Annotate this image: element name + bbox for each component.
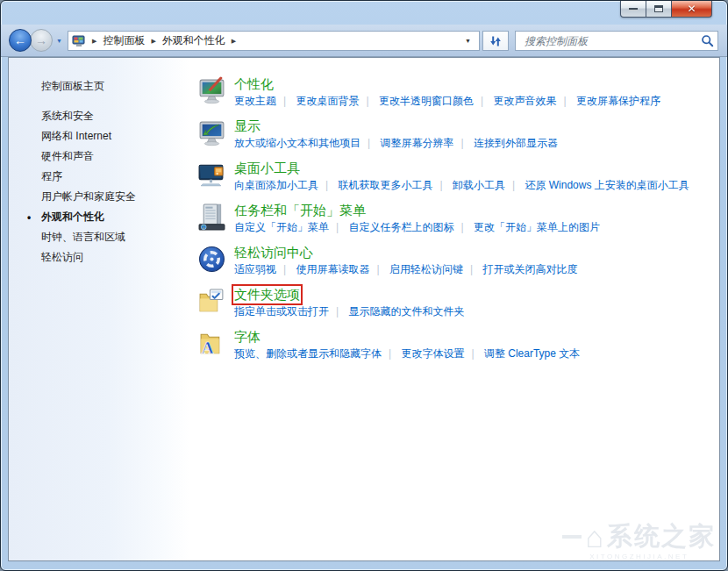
task-link[interactable]: 更改声音效果 (493, 95, 573, 107)
sidebar-item-programs[interactable]: 程序 (9, 167, 189, 187)
sidebar-item-network-internet[interactable]: 网络和 Internet (9, 126, 189, 146)
sidebar: 控制面板主页 系统和安全 网络和 Internet 硬件和声音 程序 用户帐户和… (9, 58, 189, 560)
window-controls: ✕ (620, 1, 712, 18)
task-link[interactable]: 调整 ClearType 文本 (484, 347, 580, 360)
category-title[interactable]: 桌面小工具 (234, 161, 300, 176)
breadcrumb-dropdown-icon[interactable]: ▼ (460, 38, 475, 44)
task-links: 自定义「开始」菜单 自定义任务栏上的图标 更改「开始」菜单上的图片 (234, 221, 600, 234)
task-links: 适应弱视 使用屏幕读取器 启用轻松访问键 打开或关闭高对比度 (234, 263, 577, 276)
category-title[interactable]: 字体 (234, 329, 261, 345)
sidebar-item-appearance-personalization[interactable]: • 外观和个性化 (9, 207, 189, 227)
task-link[interactable]: 使用屏幕读取器 (296, 263, 386, 275)
breadcrumb-item-control-panel[interactable]: 控制面板 (103, 33, 145, 48)
sidebar-item-label: 控制面板主页 (41, 79, 104, 94)
recent-pages-chevron-icon[interactable]: ▼ (56, 38, 62, 44)
selected-bullet-icon: • (27, 211, 31, 224)
category-title[interactable]: 显示 (234, 118, 261, 134)
task-link[interactable]: 联机获取更多小工具 (338, 179, 449, 191)
category-taskbar-start-menu: 任务栏和「开始」菜单 自定义「开始」菜单 自定义任务栏上的图标 更改「开始」菜单… (197, 203, 712, 245)
sidebar-item-hardware-sound[interactable]: 硬件和声音 (9, 146, 189, 167)
task-link[interactable]: 适应弱视 (234, 263, 293, 275)
task-link[interactable]: 预览、删除或者显示和隐藏字体 (234, 347, 398, 360)
watermark-subtext: XITONGZHIJIA.NET (562, 553, 716, 560)
desktop-gadgets-icon[interactable] (197, 161, 226, 189)
search-input[interactable] (523, 34, 701, 48)
task-links: 向桌面添加小工具 联机获取更多小工具 卸载小工具 还原 Windows 上安装的… (234, 179, 689, 192)
category-ease-of-access-center: 轻松访问中心 适应弱视 使用屏幕读取器 启用轻松访问键 打开或关闭高对比度 (197, 245, 712, 287)
svg-text:A: A (202, 339, 214, 357)
refresh-button[interactable] (482, 31, 509, 51)
category-desktop-gadgets: 桌面小工具 向桌面添加小工具 联机获取更多小工具 卸载小工具 还原 Window… (197, 161, 712, 203)
task-link[interactable]: 自定义「开始」菜单 (234, 221, 346, 233)
task-link[interactable]: 连接到外部显示器 (474, 137, 558, 149)
task-link[interactable]: 更改桌面背景 (296, 95, 375, 107)
task-link[interactable]: 卸载小工具 (453, 179, 522, 191)
sidebar-item-ease-of-access[interactable]: 轻松访问 (9, 247, 189, 268)
task-link[interactable]: 启用轻松访问键 (389, 263, 480, 275)
task-link[interactable]: 调整屏幕分辨率 (380, 137, 470, 149)
watermark: ⌂ 系统之家 XITONGZHIJIA.NET (562, 519, 716, 560)
search-icon[interactable] (701, 34, 714, 47)
task-link[interactable]: 向桌面添加小工具 (234, 179, 335, 191)
sidebar-item-label: 系统和安全 (41, 109, 94, 124)
task-link[interactable]: 更改主题 (234, 95, 293, 107)
task-link[interactable]: 更改屏幕保护程序 (576, 95, 660, 107)
maximize-button[interactable] (646, 1, 672, 18)
task-link[interactable]: 指定单击或双击打开 (234, 305, 346, 318)
sidebar-item-clock-language-region[interactable]: 时钟、语言和区域 (9, 227, 189, 247)
taskbar-start-menu-icon[interactable] (197, 203, 226, 232)
sidebar-item-system-security[interactable]: 系统和安全 (9, 106, 189, 126)
display-icon[interactable] (197, 118, 226, 147)
breadcrumb-separator-icon[interactable]: ▶ (225, 38, 242, 45)
house-icon: ⌂ (585, 524, 603, 550)
breadcrumb-item-appearance-personalization[interactable]: 外观和个性化 (162, 33, 225, 48)
sidebar-item-label: 程序 (41, 169, 62, 184)
watermark-text: 系统之家 (607, 519, 716, 554)
category-list: 个性化 更改主题 更改桌面背景 更改半透明窗口颜色 更改声音效果 更改屏幕保护程… (197, 76, 712, 371)
sidebar-item-home[interactable]: 控制面板主页 (9, 76, 189, 96)
task-links: 更改主题 更改桌面背景 更改半透明窗口颜色 更改声音效果 更改屏幕保护程序 (234, 95, 660, 108)
folder-options-icon[interactable] (197, 287, 226, 316)
task-links: 指定单击或双击打开 显示隐藏的文件和文件夹 (234, 305, 464, 318)
watermark-logo: ⌂ 系统之家 (562, 519, 716, 554)
forward-button[interactable]: → (30, 29, 53, 52)
category-fonts: A 字体 预览、删除或者显示和隐藏字体 更改字体设置 调整 ClearType … (197, 329, 712, 371)
task-link[interactable]: 更改字体设置 (401, 347, 481, 360)
navigation-bar: ← → ▼ ▶ 控制面板 ▶ 外观和个性化 ▶ ▼ (1, 25, 727, 57)
sidebar-item-label: 轻松访问 (41, 250, 83, 265)
control-panel-icon[interactable] (72, 34, 86, 48)
ease-of-access-icon[interactable] (197, 245, 226, 274)
fonts-icon[interactable]: A (197, 329, 226, 358)
maximize-icon (654, 5, 663, 12)
task-link[interactable]: 打开或关闭高对比度 (482, 263, 577, 275)
search-box (515, 31, 718, 51)
minimize-icon (629, 8, 638, 11)
task-link[interactable]: 自定义任务栏上的图标 (348, 221, 470, 233)
task-link[interactable]: 还原 Windows 上安装的桌面小工具 (525, 179, 689, 191)
refresh-icon (489, 34, 503, 48)
task-link[interactable]: 显示隐藏的文件和文件夹 (348, 305, 464, 318)
back-button[interactable]: ← (9, 29, 32, 52)
sidebar-item-label: 外观和个性化 (41, 210, 104, 225)
category-title-highlighted[interactable]: 文件夹选项 (234, 287, 300, 303)
breadcrumb-separator-icon[interactable]: ▶ (145, 38, 161, 45)
task-link[interactable]: 放大或缩小文本和其他项目 (234, 137, 377, 149)
personalization-icon[interactable] (197, 76, 226, 105)
minimize-button[interactable] (620, 1, 646, 18)
watermark-dash (562, 535, 582, 539)
task-link[interactable]: 更改半透明窗口颜色 (379, 95, 490, 107)
sidebar-item-label: 时钟、语言和区域 (41, 230, 125, 245)
close-button[interactable]: ✕ (672, 1, 712, 18)
sidebar-item-label: 硬件和声音 (41, 149, 94, 164)
title-bar[interactable]: ✕ (1, 1, 727, 25)
category-title[interactable]: 个性化 (234, 76, 274, 92)
content-area: 控制面板主页 系统和安全 网络和 Internet 硬件和声音 程序 用户帐户和… (8, 57, 720, 561)
back-arrow-icon: ← (14, 34, 26, 46)
category-title[interactable]: 任务栏和「开始」菜单 (234, 203, 366, 218)
breadcrumb-separator-icon[interactable]: ▶ (86, 38, 103, 45)
sidebar-item-label: 网络和 Internet (41, 129, 111, 144)
task-link[interactable]: 更改「开始」菜单上的图片 (474, 221, 600, 233)
category-title[interactable]: 轻松访问中心 (234, 245, 313, 261)
category-display: 显示 放大或缩小文本和其他项目 调整屏幕分辨率 连接到外部显示器 (197, 118, 712, 161)
sidebar-item-user-accounts[interactable]: 用户帐户和家庭安全 (9, 187, 189, 207)
